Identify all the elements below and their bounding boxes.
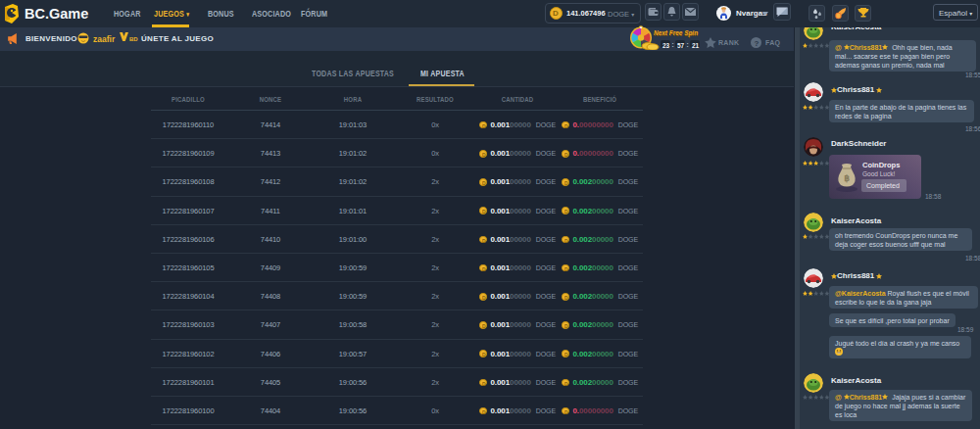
svg-text:฿: ฿ bbox=[844, 173, 850, 183]
